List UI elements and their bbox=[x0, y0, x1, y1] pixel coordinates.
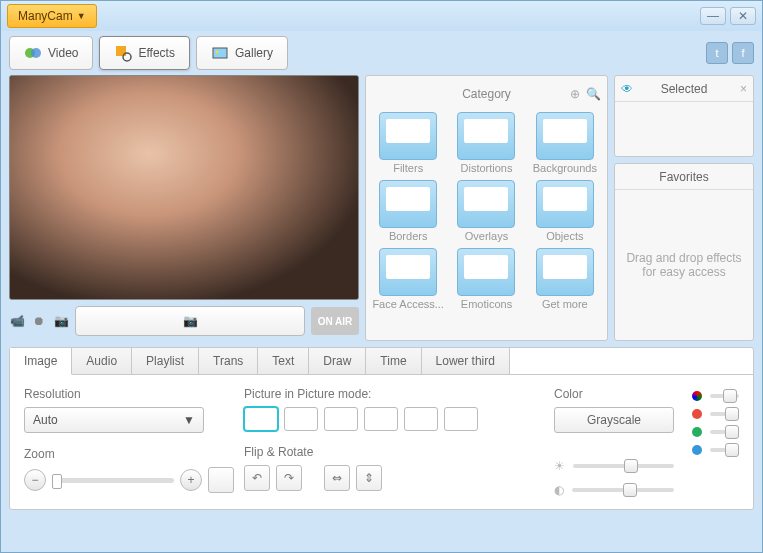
video-preview bbox=[9, 75, 359, 300]
close-button[interactable]: ✕ bbox=[730, 7, 756, 25]
tab-gallery[interactable]: Gallery bbox=[196, 36, 288, 70]
flip-vertical-button[interactable]: ⇕ bbox=[356, 465, 382, 491]
zoom-slider[interactable] bbox=[52, 478, 174, 483]
lower-tab-time[interactable]: Time bbox=[366, 348, 421, 374]
zoom-label: Zoom bbox=[24, 447, 234, 461]
app-title: ManyCam bbox=[18, 9, 73, 23]
rotate-right-button[interactable]: ↷ bbox=[276, 465, 302, 491]
category-filters[interactable]: Filters bbox=[372, 112, 444, 174]
pip-mode-1[interactable] bbox=[244, 407, 278, 431]
category-borders[interactable]: Borders bbox=[372, 180, 444, 242]
tab-effects[interactable]: Effects bbox=[99, 36, 189, 70]
camera-icon: 📷 bbox=[183, 314, 198, 328]
flip-label: Flip & Rotate bbox=[244, 445, 544, 459]
search-icon[interactable]: 🔍 bbox=[586, 87, 601, 101]
snapshot-button[interactable]: 📷 bbox=[75, 306, 305, 336]
flip-horizontal-button[interactable]: ⇔ bbox=[324, 465, 350, 491]
svg-rect-4 bbox=[213, 48, 227, 58]
minimize-button[interactable]: — bbox=[700, 7, 726, 25]
lower-tab-image[interactable]: Image bbox=[10, 348, 72, 375]
brightness-slider[interactable] bbox=[573, 464, 674, 468]
zoom-out-button[interactable]: − bbox=[24, 469, 46, 491]
lower-tab-playlist[interactable]: Playlist bbox=[132, 348, 199, 374]
app-menu-button[interactable]: ManyCam ▼ bbox=[7, 4, 97, 28]
add-category-button[interactable]: ⊕ bbox=[570, 87, 580, 101]
category-emoticons[interactable]: Emoticons bbox=[450, 248, 522, 310]
resolution-label: Resolution bbox=[24, 387, 234, 401]
rotate-left-button[interactable]: ↶ bbox=[244, 465, 270, 491]
category-overlays[interactable]: Overlays bbox=[450, 180, 522, 242]
color-label: Color bbox=[554, 387, 674, 401]
svg-point-5 bbox=[215, 51, 218, 54]
brightness-icon: ☀ bbox=[554, 459, 565, 473]
snapshot-icon[interactable]: 📷 bbox=[53, 313, 69, 329]
category-distortions[interactable]: Distortions bbox=[450, 112, 522, 174]
category-face-access[interactable]: Face Access... bbox=[372, 248, 444, 310]
red-slider[interactable] bbox=[710, 412, 739, 416]
contrast-slider[interactable] bbox=[572, 488, 674, 492]
toggle-icon[interactable]: ⏺ bbox=[31, 313, 47, 329]
lower-tab-trans[interactable]: Trans bbox=[199, 348, 258, 374]
twitter-button[interactable]: t bbox=[706, 42, 728, 64]
category-panel: Category ⊕ 🔍 Filters Distortions Backgro… bbox=[365, 75, 608, 341]
lower-tab-audio[interactable]: Audio bbox=[72, 348, 132, 374]
red-icon bbox=[692, 409, 702, 419]
svg-point-3 bbox=[123, 53, 131, 61]
camera-source-icon[interactable]: 📹 bbox=[9, 313, 25, 329]
pip-mode-4[interactable] bbox=[364, 407, 398, 431]
svg-point-1 bbox=[31, 48, 41, 58]
color-mode-button[interactable]: Grayscale bbox=[554, 407, 674, 433]
lower-tab-draw[interactable]: Draw bbox=[309, 348, 366, 374]
zoom-region-button[interactable] bbox=[208, 467, 234, 493]
caret-down-icon: ▼ bbox=[77, 11, 86, 21]
effects-icon bbox=[114, 44, 132, 62]
green-icon bbox=[692, 427, 702, 437]
green-slider[interactable] bbox=[710, 430, 739, 434]
lower-tab-text[interactable]: Text bbox=[258, 348, 309, 374]
pip-mode-2[interactable] bbox=[284, 407, 318, 431]
pip-label: Picture in Picture mode: bbox=[244, 387, 544, 401]
selected-panel: 👁 Selected × bbox=[614, 75, 754, 157]
facebook-button[interactable]: f bbox=[732, 42, 754, 64]
blue-slider[interactable] bbox=[710, 448, 739, 452]
rgb-slider[interactable] bbox=[710, 394, 739, 398]
pip-mode-5[interactable] bbox=[404, 407, 438, 431]
category-objects[interactable]: Objects bbox=[529, 180, 601, 242]
tab-video[interactable]: Video bbox=[9, 36, 93, 70]
rgb-icon bbox=[692, 391, 702, 401]
favorites-drop-area[interactable]: Drag and drop effects for easy access bbox=[615, 190, 753, 340]
close-selected-button[interactable]: × bbox=[740, 82, 747, 96]
gallery-icon bbox=[211, 44, 229, 62]
chevron-down-icon: ▼ bbox=[183, 413, 195, 427]
category-get-more[interactable]: Get more bbox=[529, 248, 601, 310]
video-icon bbox=[24, 44, 42, 62]
contrast-icon: ◐ bbox=[554, 483, 564, 497]
category-title: Category bbox=[462, 87, 511, 101]
category-backgrounds[interactable]: Backgrounds bbox=[529, 112, 601, 174]
resolution-dropdown[interactable]: Auto ▼ bbox=[24, 407, 204, 433]
favorites-panel: Favorites Drag and drop effects for easy… bbox=[614, 163, 754, 341]
onair-badge: ON AIR bbox=[311, 307, 359, 335]
zoom-in-button[interactable]: + bbox=[180, 469, 202, 491]
pip-mode-3[interactable] bbox=[324, 407, 358, 431]
pip-mode-6[interactable] bbox=[444, 407, 478, 431]
lower-tab-lower-third[interactable]: Lower third bbox=[422, 348, 510, 374]
eye-icon: 👁 bbox=[621, 82, 633, 96]
blue-icon bbox=[692, 445, 702, 455]
